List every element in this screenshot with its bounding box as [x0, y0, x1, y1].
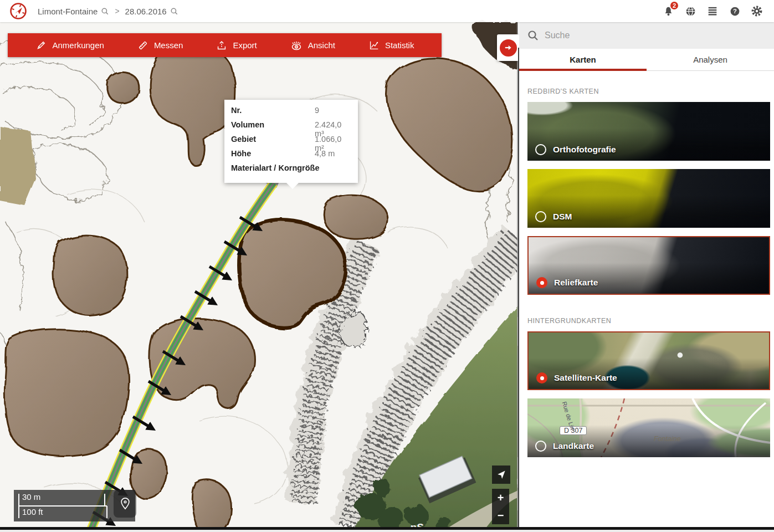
sidebar-panel: Karten Analysen REDBIRD'S KARTEN Orthofo…	[519, 22, 774, 527]
tooltip-row: Volumen 2.424,0 m³	[231, 120, 351, 135]
section-title-background: HINTERGRUNDKARTEN	[527, 317, 767, 325]
breadcrumb-site[interactable]: Limont-Fontaine	[38, 7, 109, 16]
scale-imperial-label: 100 ft	[22, 507, 43, 516]
layer-label: Satelliten-Karte	[554, 373, 617, 383]
map-canvas[interactable]: nS	[0, 0, 518, 532]
layer-card-orthofotografie[interactable]: Orthofotografie	[527, 102, 770, 161]
toolbar-label: Messen	[154, 40, 183, 50]
map-toolbar: Anmerkungen Messen Export	[8, 33, 442, 57]
app-window: nS	[0, 0, 774, 532]
site-search-icon[interactable]	[101, 7, 109, 16]
layer-card-satelliten-karte[interactable]: Satelliten-Karte	[527, 331, 770, 390]
notifications-button[interactable]: 2	[661, 4, 675, 18]
breadcrumb-separator: >	[115, 7, 119, 16]
help-icon: ?	[729, 6, 741, 17]
gear-icon	[751, 5, 763, 17]
help-button[interactable]: ?	[727, 4, 742, 18]
navigation-arrow-icon	[496, 469, 506, 480]
layer-label: Reliefkarte	[554, 278, 598, 288]
layer-card-dsm[interactable]: DSM	[527, 169, 770, 228]
radio-reliefkarte[interactable]	[536, 277, 547, 288]
eye-icon	[290, 39, 303, 52]
marker-pin-button[interactable]	[114, 490, 136, 518]
layer-list: REDBIRD'S KARTEN Orthofotografie DSM	[519, 88, 774, 457]
notification-badge: 2	[669, 1, 679, 11]
tab-analysen[interactable]: Analysen	[647, 49, 774, 70]
breadcrumb-date[interactable]: 28.06.2016	[125, 7, 178, 16]
toolbar-label: Anmerkungen	[52, 40, 104, 50]
search-input[interactable]	[545, 30, 755, 40]
tooltip-row: Materialart / Korngröße	[231, 163, 351, 178]
collapse-sidebar-button[interactable]	[497, 34, 519, 61]
radio-landkarte[interactable]	[535, 441, 546, 452]
tab-karten[interactable]: Karten	[519, 49, 647, 70]
tooltip-row: Gebiet 1.066,0 m²	[231, 135, 351, 149]
zoom-out-button[interactable]: −	[492, 507, 509, 524]
arrow-right-icon	[500, 39, 517, 57]
settings-button[interactable]	[750, 4, 764, 18]
zoom-controls: + −	[492, 489, 509, 524]
view-button[interactable]: Ansicht	[290, 39, 335, 52]
stockpile-tooltip: Nr. 9 Volumen 2.424,0 m³ Gebiet 1.066,0 …	[224, 100, 358, 183]
section-title-redbird: REDBIRD'S KARTEN	[527, 88, 767, 95]
toolbar-label: Statistik	[385, 40, 414, 50]
scale-metric-label: 30 m	[22, 492, 40, 502]
layer-label: Landkarte	[553, 441, 594, 451]
ruler-icon	[137, 39, 149, 52]
layer-label: Orthofotografie	[553, 145, 616, 155]
layer-card-landkarte[interactable]: D 307 Rue de Lin Fontaine Landkarte	[527, 398, 770, 457]
sidebar-search	[519, 22, 774, 49]
chart-icon	[368, 39, 380, 52]
zoom-in-button[interactable]: +	[492, 489, 509, 507]
annotations-button[interactable]: Anmerkungen	[35, 39, 104, 52]
export-icon	[216, 39, 228, 52]
tooltip-row: Höhe 4,8 m	[231, 149, 351, 163]
pencil-icon	[35, 39, 47, 52]
layer-label: DSM	[553, 212, 572, 222]
town-name-label: Fontaine	[654, 435, 681, 443]
list-button[interactable]	[705, 4, 720, 18]
export-button[interactable]: Export	[216, 39, 257, 52]
top-navigation-bar: Limont-Fontaine > 28.06.2016 2	[0, 0, 774, 22]
measure-button[interactable]: Messen	[137, 39, 183, 52]
toolbar-label: Export	[233, 40, 257, 50]
redbird-logo-icon[interactable]	[9, 2, 28, 21]
globe-button[interactable]	[683, 4, 698, 18]
statistics-button[interactable]: Statistik	[368, 39, 414, 52]
radio-satelliten-karte[interactable]	[536, 372, 547, 383]
toolbar-label: Ansicht	[308, 40, 335, 50]
locate-button[interactable]	[492, 466, 510, 484]
tooltip-row: Nr. 9	[231, 106, 351, 120]
radio-orthofotografie[interactable]	[535, 144, 546, 155]
date-search-icon[interactable]	[170, 7, 178, 16]
map-viewport: nS	[0, 0, 518, 532]
layer-card-reliefkarte[interactable]: Reliefkarte	[527, 236, 770, 295]
svg-text:?: ?	[733, 8, 737, 14]
globe-icon	[685, 6, 696, 17]
search-icon	[527, 29, 539, 42]
page-bottom-edge	[0, 527, 774, 532]
location-pin-icon	[119, 497, 131, 511]
list-icon	[706, 5, 719, 17]
sidebar-tabs: Karten Analysen	[519, 49, 774, 71]
radio-dsm[interactable]	[535, 211, 546, 222]
sidebar-edge-divider	[518, 48, 519, 527]
